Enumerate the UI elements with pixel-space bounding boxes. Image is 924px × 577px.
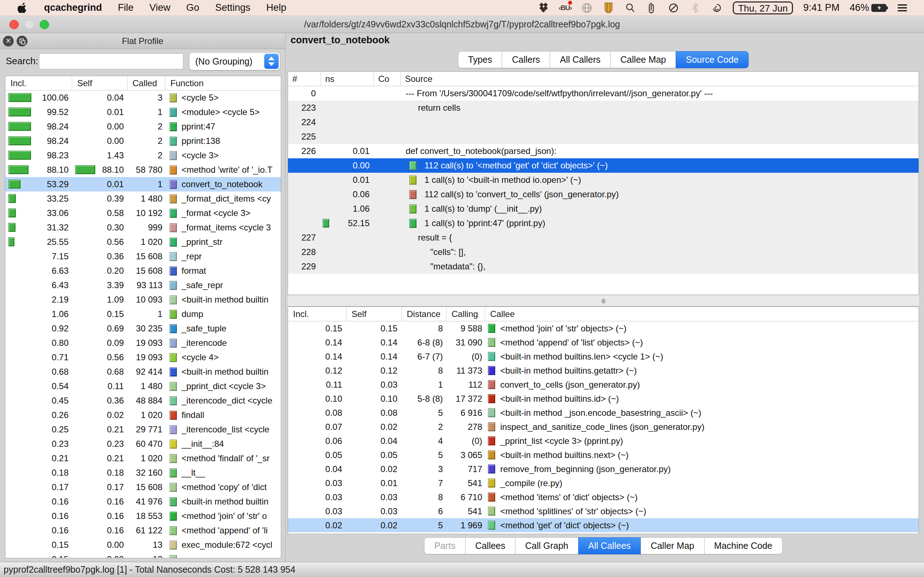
tab-machine-code[interactable]: Machine Code <box>704 537 782 554</box>
table-row[interactable]: 100.060.043<cycle 5> <box>5 90 281 105</box>
tab-callee-map[interactable]: Callee Map <box>611 51 676 68</box>
tab-callers[interactable]: Callers <box>502 51 550 68</box>
table-row[interactable]: 0.030.0386 710<method 'items' of 'dict' … <box>288 490 919 504</box>
table-row[interactable]: 0.030.036541<method 'splitlines' of 'str… <box>288 504 919 518</box>
table-row[interactable]: 2.191.0910 093<built-in method builtin <box>5 292 281 307</box>
tab-callees[interactable]: Callees <box>465 537 515 554</box>
table-row[interactable]: 0.070.022278inspect_and_sanitize_code_li… <box>288 420 919 434</box>
close-window-button[interactable] <box>10 20 19 29</box>
source-line-row[interactable]: 2260.01def convert_to_notebook(parsed_js… <box>288 144 919 158</box>
table-row[interactable]: 0.150.0013exec_module:672 <cycl <box>5 538 281 552</box>
column-header-incl[interactable]: Incl. <box>288 307 347 321</box>
table-row[interactable]: 0.210.211 020<method 'findall' of '_sr <box>5 451 281 466</box>
table-row[interactable]: 33.250.391 480_format_dict_items <cy <box>5 192 281 206</box>
call-row[interactable]: 52.151 call(s) to 'pprint:47' (pprint.py… <box>288 216 919 230</box>
table-row[interactable]: 0.060.044(0)_pprint_list <cycle 3> (ppri… <box>288 434 919 448</box>
table-row[interactable]: 0.710.5619 093<cycle 4> <box>5 350 281 364</box>
table-row[interactable]: 0.800.0919 093_iterencode <box>5 336 281 350</box>
table-row[interactable]: 0.230.2360 470__init__:84 <box>5 437 281 451</box>
table-row[interactable]: 0.020.0251 969<method 'get' of 'dict' ob… <box>288 518 919 532</box>
grouping-select[interactable]: (No Grouping) <box>189 52 280 70</box>
table-row[interactable]: 99.520.011<module> <cycle 5> <box>5 105 281 119</box>
table-row[interactable]: 31.320.30999_format_items <cycle 3 <box>5 220 281 235</box>
table-row[interactable]: 0.540.111 480_pprint_dict <cycle 3> <box>5 379 281 393</box>
column-header-source[interactable]: Source <box>401 72 919 86</box>
table-row[interactable]: 0.150.1589 588<method 'join' of 'str' ob… <box>288 321 919 335</box>
table-row[interactable]: 0.160.1641 976<built-in method builtin <box>5 495 281 509</box>
column-header-line[interactable]: # <box>288 72 321 86</box>
call-row[interactable]: 0.011 call(s) to '<built-in method io.op… <box>288 173 919 187</box>
table-row[interactable]: 0.050.0553 065<built-in method builtins.… <box>288 448 919 462</box>
source-line-row[interactable]: 229"metadata": {}, <box>288 259 919 274</box>
table-row[interactable]: 0.040.023717remove_from_beginning (json_… <box>288 462 919 476</box>
table-row[interactable]: 1.060.151dump <box>5 307 281 321</box>
apple-icon[interactable] <box>16 2 28 14</box>
record-icon[interactable] <box>668 2 679 14</box>
tab-call-graph[interactable]: Call Graph <box>515 537 578 554</box>
table-row[interactable]: 0.920.6930 235_safe_tuple <box>5 321 281 336</box>
column-header-self[interactable]: Self <box>347 307 402 321</box>
table-row[interactable]: 25.550.561 020_pprint_str <box>5 235 281 249</box>
table-row[interactable]: 0.150.0013 <box>5 552 281 558</box>
table-row[interactable]: 0.140.146-7 (7)(0)<built-in method built… <box>288 350 919 364</box>
table-row[interactable]: 0.450.3648 884_iterencode_dict <cycle <box>5 393 281 408</box>
menu-item-settings[interactable]: Settings <box>215 2 250 13</box>
column-header-calling[interactable]: Calling <box>446 307 485 321</box>
menu-list-icon[interactable] <box>897 2 908 14</box>
table-row[interactable]: 6.433.3993 113_safe_repr <box>5 278 281 292</box>
search-icon[interactable] <box>624 2 636 14</box>
menu-item-view[interactable]: View <box>149 2 170 13</box>
tab-all-callers[interactable]: All Callers <box>550 51 611 68</box>
source-line-row[interactable]: 227result = { <box>288 230 919 245</box>
battery-indicator[interactable]: 46% <box>850 2 887 13</box>
dropbox-icon[interactable] <box>538 2 549 14</box>
table-row[interactable]: 33.060.5810 192_format <cycle 3> <box>5 206 281 220</box>
table-row[interactable]: 98.240.002pprint:47 <box>5 119 281 134</box>
table-row[interactable]: 7.150.3615 608_repr <box>5 249 281 264</box>
source-line-row[interactable]: 223return cells <box>288 101 919 115</box>
app-menu-title[interactable]: qcachegrind <box>44 2 102 13</box>
column-header-cost[interactable]: Co <box>374 72 401 86</box>
table-row[interactable]: 0.080.0856 916<built-in method _json.enc… <box>288 406 919 420</box>
tab-source-code[interactable]: Source Code <box>676 51 749 68</box>
table-row[interactable]: 0.260.021 020findall <box>5 408 281 422</box>
bluetooth-icon[interactable] <box>690 2 701 14</box>
menu-item-go[interactable]: Go <box>186 2 199 13</box>
source-line-row[interactable]: 228"cells": [], <box>288 245 919 259</box>
source-line-row[interactable]: 0--- From '/Users/300041709/code/self/wt… <box>288 86 919 101</box>
table-row[interactable]: 0.180.1832 160__lt__ <box>5 466 281 480</box>
table-row[interactable]: 0.170.1715 608<method 'copy' of 'dict <box>5 480 281 495</box>
column-header-ns[interactable]: ns <box>321 72 374 86</box>
table-row[interactable]: 98.240.002pprint:138 <box>5 134 281 148</box>
table-row[interactable]: 0.680.6892 414<built-in method builtin <box>5 364 281 379</box>
menubar-clock[interactable]: 9:41 PM <box>803 2 840 13</box>
paperclip-icon[interactable] <box>646 2 657 14</box>
table-row[interactable]: 0.160.1661 122<method 'append' of 'li <box>5 523 281 538</box>
tab-all-callees[interactable]: All Callees <box>578 537 641 554</box>
table-row[interactable]: 6.630.2015 608format <box>5 264 281 278</box>
table-row[interactable]: 0.030.017541_compile (re.py) <box>288 476 919 490</box>
table-row[interactable]: 88.1088.1058 780<method 'write' of '_io.… <box>5 163 281 177</box>
grouping-stepper[interactable] <box>264 54 279 69</box>
table-row[interactable]: 53.290.011convert_to_notebook <box>5 177 281 192</box>
table-row[interactable]: 0.160.1618 553<method 'join' of 'str' o <box>5 509 281 523</box>
table-row[interactable]: 0.250.2129 771_iterencode_list <cycle <box>5 422 281 437</box>
call-row[interactable]: 0.00112 call(s) to '<method 'get' of 'di… <box>288 158 919 173</box>
globe-icon[interactable] <box>581 2 593 14</box>
panel-splitter-vertical[interactable] <box>285 33 286 562</box>
call-row[interactable]: 1.061 call(s) to 'dump' (__init__.py) <box>288 201 919 216</box>
bu-icon[interactable]: ‹BU› <box>559 2 571 14</box>
table-row[interactable]: 98.231.432<cycle 3> <box>5 148 281 163</box>
column-header-called[interactable]: Called <box>128 76 165 90</box>
column-header-self[interactable]: Self <box>72 76 128 90</box>
menubar-date[interactable]: Thu, 27 Jun <box>733 2 793 15</box>
column-header-callee[interactable]: Callee <box>485 307 919 321</box>
tab-caller-map[interactable]: Caller Map <box>641 537 704 554</box>
column-header-distance[interactable]: Distance <box>402 307 446 321</box>
call-row[interactable]: 0.06112 call(s) to 'convert_to_cells' (j… <box>288 187 919 201</box>
source-line-row[interactable]: 225 <box>288 129 919 144</box>
table-row[interactable]: 0.140.146-8 (8)31 090<method 'append' of… <box>288 335 919 350</box>
panel-splitter-horizontal[interactable] <box>288 295 919 306</box>
source-line-row[interactable]: 224 <box>288 115 919 129</box>
menu-item-file[interactable]: File <box>118 2 134 13</box>
